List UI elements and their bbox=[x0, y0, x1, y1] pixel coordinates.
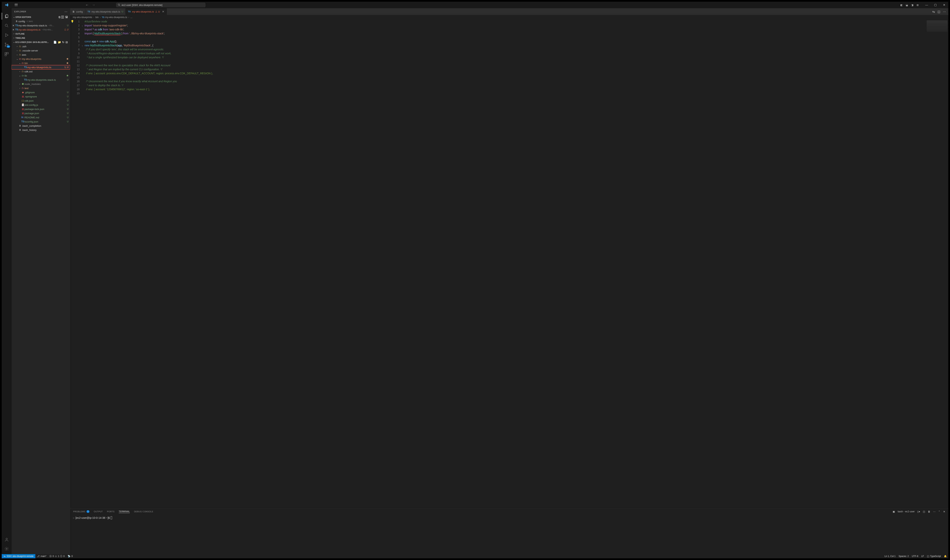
svg-point-10 bbox=[6, 538, 8, 540]
panel-tab-ports[interactable]: PORTS bbox=[107, 511, 115, 513]
editor-tab[interactable]: TSmy-eks-blueprints.ts1, U✕ bbox=[126, 8, 166, 15]
tree-item[interactable]: ⌄🗁bin bbox=[12, 61, 70, 65]
lightbulb-icon[interactable]: 💡 bbox=[71, 20, 75, 23]
layout-sidebar-left-icon[interactable]: ◧ bbox=[900, 3, 903, 6]
tab-close-icon[interactable]: ✕ bbox=[162, 10, 164, 13]
terminal-name[interactable]: bash - ec2-user bbox=[898, 510, 915, 513]
command-center[interactable]: ec2-user [SSH: eks-blueprint-remote] bbox=[116, 3, 205, 7]
tree-item[interactable]: TStsconfig.jsonU bbox=[12, 120, 70, 124]
tree-item[interactable]: ›🗀cdk.out bbox=[12, 69, 70, 74]
editor-tab[interactable]: TSmy-eks-blueprints-stack.tsU bbox=[85, 8, 126, 15]
activity-extensions[interactable] bbox=[4, 51, 9, 57]
activity-accounts[interactable] bbox=[4, 537, 9, 542]
window-minimize[interactable]: — bbox=[924, 3, 929, 7]
refresh-icon[interactable]: ↻ bbox=[62, 41, 65, 44]
tree-item[interactable]: TSmy-eks-blueprints-stack.tsU bbox=[12, 78, 70, 82]
workspace-header[interactable]: ⌄ EC2-USER [SSH: EKS-BLUEPRI... 📄 📁 ↻ ⊟ bbox=[12, 40, 70, 44]
bottom-panel: PROBLEMS 1 OUTPUT PORTS TERMINAL DEBUG C… bbox=[70, 509, 948, 554]
window-maximize[interactable]: ▢ bbox=[933, 3, 938, 7]
minimap[interactable] bbox=[925, 19, 948, 509]
tree-item[interactable]: ›🗀aws bbox=[12, 52, 70, 57]
tree-item[interactable]: ›🗀.vscode-server bbox=[12, 48, 70, 52]
terminal-body[interactable]: ○ [ec2-user@ip-10-0-14-38 ~]$ bbox=[70, 514, 948, 554]
tree-item[interactable]: ›⬢node_modules bbox=[12, 82, 70, 86]
editor-tab[interactable]: 🗎config bbox=[70, 8, 85, 15]
terminal-split-icon[interactable]: ◫ bbox=[923, 510, 925, 513]
layout-sidebar-right-icon[interactable]: ◨ bbox=[911, 3, 914, 6]
code-editor[interactable]: 1#!/usr/bin/env node2⌄import 'source-map… bbox=[75, 19, 925, 509]
status-problems[interactable]: ⓧ0 ⚠1 ⓘ0 bbox=[48, 555, 66, 558]
menu-button[interactable] bbox=[12, 4, 21, 6]
tree-item[interactable]: ▦package-lock.jsonU bbox=[12, 107, 70, 111]
breadcrumb-item[interactable]: ... bbox=[130, 16, 132, 18]
tree-item[interactable]: ⌄🗁lib bbox=[12, 74, 70, 78]
open-editor-item[interactable]: 🗎config~/.aws bbox=[12, 19, 70, 23]
status-language[interactable]: { }TypeScript bbox=[925, 555, 942, 557]
panel-tab-problems[interactable]: PROBLEMS 1 bbox=[73, 510, 89, 513]
tree-item[interactable]: M↓README.mdU bbox=[12, 115, 70, 120]
terminal-profile-icon[interactable]: ▣ bbox=[893, 510, 895, 513]
status-eol[interactable]: LF bbox=[920, 555, 925, 557]
panel-tab-debug[interactable]: DEBUG CONSOLE bbox=[134, 511, 153, 513]
tree-item[interactable]: ›🗀test bbox=[12, 86, 70, 90]
tree-item[interactable]: ›🗀.ssh bbox=[12, 44, 70, 48]
tree-item[interactable]: ▦package.jsonU bbox=[12, 111, 70, 115]
save-all-icon[interactable]: 🖫 bbox=[65, 15, 68, 18]
tree-item[interactable]: TSmy-eks-blueprints.ts1, U bbox=[12, 65, 70, 69]
split-editor-icon[interactable]: ◫ bbox=[938, 10, 940, 14]
tree-item[interactable]: 🗎.bash_history bbox=[12, 128, 70, 132]
explorer-more-icon[interactable]: ⋯ bbox=[65, 10, 68, 14]
breadcrumb-item[interactable]: bin bbox=[95, 16, 99, 18]
panel-tab-output[interactable]: OUTPUT bbox=[94, 511, 103, 513]
breadcrumb-item[interactable]: TS my-eks-blueprints.ts bbox=[102, 16, 127, 18]
status-encoding[interactable]: UTF-8 bbox=[910, 555, 920, 557]
status-notifications[interactable]: 🔔 bbox=[942, 555, 948, 557]
tree-item[interactable]: 🗎.bash_completion bbox=[12, 124, 70, 128]
status-ln-col[interactable]: Ln 1, Col 1 bbox=[883, 555, 897, 557]
compare-changes-icon[interactable]: ⇆ bbox=[932, 10, 935, 14]
activity-explorer[interactable] bbox=[4, 14, 9, 19]
vscode-logo bbox=[2, 3, 12, 7]
terminal-kill-icon[interactable]: 🗑 bbox=[928, 510, 930, 513]
svg-rect-8 bbox=[7, 52, 8, 54]
activity-search[interactable] bbox=[4, 23, 9, 28]
terminal-more-icon[interactable]: ⋯ bbox=[933, 510, 936, 513]
open-editor-item[interactable]: ✕TSmy-eks-blueprints.ts~/my-eks...1, U bbox=[12, 28, 70, 32]
breadcrumb-item[interactable]: my-eks-blueprints bbox=[73, 16, 92, 18]
customize-layout-icon[interactable]: ⊞ bbox=[916, 3, 919, 6]
collapse-icon[interactable]: ⊟ bbox=[66, 41, 68, 44]
open-editor-item[interactable]: ✕TSmy-eks-blueprints-stack.ts~/m...U bbox=[12, 23, 70, 28]
outline-header[interactable]: ›OUTLINE bbox=[12, 32, 70, 36]
open-editors-header[interactable]: ⌄ OPEN EDITORS ⎘ ⿲ 🖫 bbox=[12, 15, 70, 19]
layout-panel-icon[interactable]: ⬓ bbox=[905, 3, 908, 6]
nav-forward-icon[interactable]: → bbox=[92, 3, 95, 7]
svg-point-2 bbox=[5, 24, 8, 26]
activity-run[interactable] bbox=[4, 32, 9, 38]
editor-more-icon[interactable]: ⋯ bbox=[943, 10, 946, 14]
status-spaces[interactable]: Spaces: 2 bbox=[897, 555, 910, 557]
new-folder-icon[interactable]: 📁 bbox=[58, 41, 61, 44]
tree-item[interactable]: { }cdk.jsonU bbox=[12, 98, 70, 103]
toggle-vertical-icon[interactable]: ⿲ bbox=[62, 15, 64, 18]
warning-icon: ⚠ bbox=[55, 555, 57, 557]
status-ports[interactable]: 📡0 bbox=[66, 555, 74, 557]
new-untitled-icon[interactable]: ⎘ bbox=[59, 15, 60, 18]
account-icon bbox=[5, 537, 9, 542]
tree-item[interactable]: ⌄🗁my-eks-blueprints bbox=[12, 57, 70, 61]
panel-close-icon[interactable]: ✕ bbox=[943, 510, 945, 513]
panel-tab-terminal[interactable]: TERMINAL bbox=[119, 510, 130, 513]
breadcrumb[interactable]: my-eks-blueprints›bin›TS my-eks-blueprin… bbox=[70, 15, 948, 19]
tree-item[interactable]: 🃏jest.config.jsU bbox=[12, 103, 70, 107]
timeline-header[interactable]: ›TIMELINE bbox=[12, 36, 70, 40]
tree-item[interactable]: ◆.gitignoreU bbox=[12, 90, 70, 94]
terminal-new-icon[interactable]: ▯▾ bbox=[917, 510, 920, 513]
nav-back-icon[interactable]: ← bbox=[85, 3, 89, 7]
panel-maximize-icon[interactable]: ⌃ bbox=[938, 510, 940, 513]
tree-item[interactable]: ▦.npmignoreU bbox=[12, 94, 70, 98]
new-file-icon[interactable]: 📄 bbox=[53, 41, 57, 44]
activity-settings[interactable] bbox=[4, 546, 9, 551]
window-close[interactable]: ✕ bbox=[941, 3, 947, 7]
status-branch[interactable]: ⎇ main* bbox=[35, 555, 48, 557]
activity-scm[interactable]: 11 bbox=[4, 42, 9, 47]
status-remote[interactable]: ⇋ SSH: eks-blueprint-remote bbox=[2, 554, 35, 558]
